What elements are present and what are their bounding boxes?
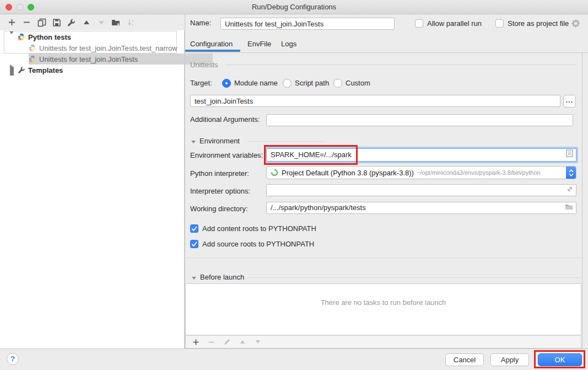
target-label: Target: <box>190 78 212 89</box>
radio-module-name-label: Module name <box>234 78 278 89</box>
allow-parallel-run-label: Allow parallel run <box>427 19 482 28</box>
configurations-toolbar: az <box>0 14 185 30</box>
allow-parallel-run-checkbox[interactable]: Allow parallel run <box>415 19 482 28</box>
unittests-group-title: Unittests <box>190 60 218 71</box>
checkbox-unchecked-icon[interactable] <box>415 19 423 28</box>
tree-node-label: Unittests for test_join.JoinTests <box>39 55 138 63</box>
scroll-area-edge <box>582 53 582 348</box>
before-launch-toolbar <box>185 335 581 348</box>
edit-variables-icon[interactable] <box>566 149 573 161</box>
tree-node-label: Python tests <box>28 33 71 41</box>
title-bar: Run/Debug Configurations <box>0 0 588 14</box>
before-launch-task-list[interactable] <box>185 283 581 335</box>
environment-variables-label: Environment variables: <box>190 150 263 161</box>
conda-environment-icon <box>271 169 278 176</box>
store-as-project-file-label: Store as project file <box>508 19 569 28</box>
remove-task-icon <box>207 337 216 347</box>
active-tab-underline <box>185 50 240 52</box>
checkbox-checked-icon[interactable] <box>190 240 198 248</box>
tree-node-templates[interactable]: Templates <box>0 65 184 76</box>
expand-field-icon[interactable] <box>567 185 573 196</box>
svg-text:a: a <box>132 19 134 22</box>
edit-templates-icon[interactable] <box>67 18 76 27</box>
move-up-icon[interactable] <box>82 18 91 27</box>
before-launch-collapse-icon[interactable] <box>191 274 197 282</box>
window-title: Run/Debug Configurations <box>0 0 588 14</box>
before-launch-section-label: Before launch <box>200 272 244 283</box>
add-content-roots-label: Add content roots to PYTHONPATH <box>202 224 316 233</box>
expand-arrow-icon[interactable] <box>9 67 14 73</box>
copy-configuration-icon[interactable] <box>37 18 46 27</box>
interpreter-options-input[interactable] <box>266 184 576 196</box>
add-task-icon[interactable] <box>191 337 201 347</box>
target-input[interactable] <box>190 95 560 107</box>
python-test-icon <box>29 55 36 63</box>
interpreter-name: Project Default (Python 3.8 (pyspark-3.8… <box>282 169 414 177</box>
python-tests-icon <box>18 33 25 41</box>
interpreter-dropdown-stepper-icon[interactable] <box>566 166 576 179</box>
tree-node-python-tests[interactable]: Python tests <box>0 31 184 42</box>
before-launch-empty-message: There are no tasks to run before launch <box>185 298 581 307</box>
radio-module-name[interactable] <box>222 79 231 88</box>
save-configuration-icon[interactable] <box>52 18 61 27</box>
radio-script-path[interactable] <box>283 79 292 88</box>
ok-button[interactable]: OK <box>538 353 582 366</box>
environment-collapse-icon[interactable] <box>191 138 196 146</box>
environment-section-line <box>248 141 325 142</box>
collapse-arrow-icon[interactable] <box>9 34 14 40</box>
store-options-gear-icon[interactable] <box>571 19 580 30</box>
working-directory-value: /.../spark/python/pyspark/tests <box>271 203 366 212</box>
tabs-separator <box>185 52 588 53</box>
name-input[interactable] <box>220 18 395 30</box>
footer-separator <box>0 348 588 349</box>
python-test-icon <box>29 44 36 52</box>
python-interpreter-label: Python interpreter: <box>190 168 249 179</box>
svg-text:z: z <box>132 23 133 26</box>
task-down-icon <box>253 337 262 347</box>
tab-logs[interactable]: Logs <box>281 37 296 51</box>
edit-task-icon <box>222 337 231 347</box>
add-source-roots-label: Add source roots to PYTHONPATH <box>202 240 314 248</box>
add-configuration-icon[interactable] <box>7 18 17 27</box>
checkbox-unchecked-icon[interactable] <box>495 19 504 28</box>
working-directory-label: Working directory: <box>190 203 248 215</box>
tree-node-label: Templates <box>28 66 63 74</box>
before-launch-line <box>247 277 581 278</box>
browse-target-button[interactable]: ... <box>563 95 576 108</box>
add-source-roots-checkbox[interactable]: Add source roots to PYTHONPATH <box>190 239 314 248</box>
tab-envfile[interactable]: EnvFile <box>247 37 271 51</box>
sort-configurations-icon: az <box>126 18 136 27</box>
new-folder-icon[interactable] <box>111 18 121 27</box>
remove-configuration-icon[interactable] <box>22 18 31 27</box>
templates-wrench-icon <box>18 66 25 74</box>
add-content-roots-checkbox[interactable]: Add content roots to PYTHONPATH <box>190 224 316 233</box>
interpreter-path: ~/opt/miniconda3/envs/pyspark-3.8/bin/py… <box>417 169 541 176</box>
radio-custom[interactable] <box>333 79 342 88</box>
checkbox-checked-icon[interactable] <box>190 224 198 233</box>
additional-arguments-input[interactable] <box>266 114 573 126</box>
environment-variables-input[interactable]: SPARK_HOME=/.../spark <box>266 148 576 162</box>
cancel-button[interactable]: Cancel <box>445 353 484 366</box>
python-interpreter-select[interactable]: Project Default (Python 3.8 (pyspark-3.8… <box>266 166 576 179</box>
radio-script-path-label: Script path <box>295 78 329 89</box>
name-label: Name: <box>190 18 211 29</box>
radio-custom-label: Custom <box>346 78 370 89</box>
store-as-project-file-checkbox[interactable]: Store as project file <box>495 19 569 28</box>
additional-arguments-label: Additional Arguments: <box>190 114 260 125</box>
apply-button[interactable]: Apply <box>490 353 529 366</box>
task-up-icon <box>238 337 247 347</box>
tab-configuration[interactable]: Configuration <box>190 37 233 51</box>
interpreter-options-label: Interpreter options: <box>190 186 250 197</box>
group-separator <box>185 258 582 258</box>
environment-variables-value: SPARK_HOME=/.../spark <box>271 151 352 159</box>
browse-folder-icon[interactable] <box>565 202 573 213</box>
tree-node-label: Unittests for test_join.JoinTests.test_n… <box>39 44 177 52</box>
move-down-icon <box>96 18 106 27</box>
unittests-group-line <box>226 65 576 65</box>
working-directory-input[interactable]: /.../spark/python/pyspark/tests <box>266 202 576 214</box>
environment-section-label: Environment <box>199 136 240 147</box>
help-button[interactable]: ? <box>7 353 19 365</box>
configurations-tree: Python tests Unittests for test_join.Joi… <box>0 30 185 349</box>
